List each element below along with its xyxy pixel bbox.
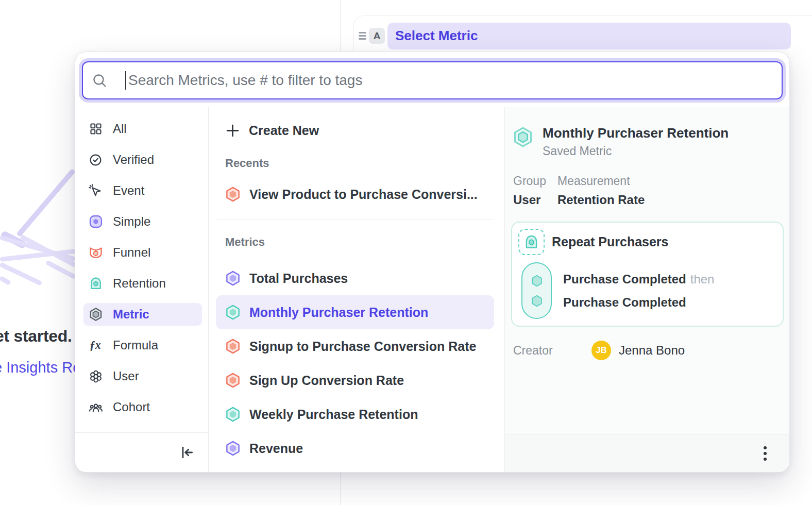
metric-hex-icon-teal <box>225 406 241 423</box>
verified-icon <box>88 153 103 167</box>
sidebar-item-user[interactable]: User <box>83 365 202 388</box>
metric-item-total-purchases[interactable]: Total Purchases <box>216 261 494 295</box>
plus-icon <box>225 123 240 138</box>
metric-item-label: Signup to Purchase Conversion Rate <box>249 339 476 354</box>
sidebar-item-label: Verified <box>113 153 154 167</box>
background-insights-link-partial[interactable]: e Insights Re <box>0 359 81 376</box>
background-heading-partial: et started. <box>0 327 72 346</box>
metric-item-signup-to-purchase-conversion-rate[interactable]: Signup to Purchase Conversion Rate <box>216 329 494 363</box>
step-hex-icon <box>530 274 544 288</box>
recent-item-label: View Product to Purchase Conversi... <box>249 187 478 202</box>
drag-handle-icon[interactable] <box>359 32 366 40</box>
metric-item-weekly-purchase-retention[interactable]: Weekly Purchase Retention <box>216 397 494 431</box>
recents-header: Recents <box>216 157 494 170</box>
more-options-icon[interactable] <box>760 443 770 464</box>
sidebar-item-label: User <box>113 369 139 383</box>
metric-hex-icon-purple <box>225 440 241 457</box>
simple-icon <box>88 214 103 229</box>
field-label: Group <box>513 174 546 188</box>
svg-text:ƒx: ƒx <box>89 339 100 351</box>
field-value: Retention Rate <box>557 193 645 207</box>
decorative-line-art <box>0 165 75 300</box>
search-icon <box>92 73 107 88</box>
metric-item-label: Monthly Purchaser Retention <box>249 305 428 320</box>
sidebar-item-label: Formula <box>113 338 158 352</box>
creator-label: Creator <box>513 344 591 358</box>
create-new-button[interactable]: Create New <box>216 119 494 142</box>
definition-step-1: Purchase Completedthen <box>563 272 714 287</box>
list-divider <box>217 220 493 220</box>
detail-subtitle: Saved Metric <box>543 144 729 158</box>
detail-title: Monthly Purchaser Retention <box>543 125 729 141</box>
sidebar-item-retention[interactable]: Retention <box>83 272 202 295</box>
recent-item[interactable]: View Product to Purchase Conversi... <box>216 178 494 210</box>
sidebar-item-all[interactable]: All <box>83 117 202 140</box>
retention-steps-capsule <box>521 262 552 319</box>
metric-icon <box>88 307 103 322</box>
funnel-icon <box>88 245 103 260</box>
sidebar-item-label: Simple <box>113 214 150 229</box>
sidebar-item-label: All <box>113 122 127 136</box>
metric-hex-icon-teal <box>225 304 241 321</box>
query-builder-row: A Select Metric <box>353 15 812 56</box>
field-value: User <box>513 193 546 207</box>
sidebar-item-funnel[interactable]: Funnel <box>83 241 202 264</box>
creator-avatar: JB <box>591 341 611 360</box>
search-section <box>75 52 789 107</box>
step-connector: then <box>690 272 715 286</box>
metric-picker-modal: All Verified Event <box>75 52 790 473</box>
filter-sidebar: All Verified Event <box>75 107 208 472</box>
sidebar-footer <box>75 432 208 472</box>
sidebar-item-label: Retention <box>113 276 166 291</box>
sidebar-item-cohort[interactable]: Cohort <box>83 396 202 418</box>
sidebar-item-metric[interactable]: Metric <box>83 303 202 326</box>
metric-item-revenue[interactable]: Revenue <box>216 431 494 465</box>
metric-item-label: Revenue <box>249 441 303 456</box>
sidebar-item-label: Cohort <box>113 400 150 414</box>
creator-row: Creator JB Jenna Bono <box>512 341 783 360</box>
grid-icon <box>88 122 103 137</box>
metric-item-label: Weekly Purchase Retention <box>249 407 418 422</box>
sidebar-item-verified[interactable]: Verified <box>83 148 202 171</box>
query-letter-badge: A <box>369 28 385 44</box>
definition-name: Repeat Purchasers <box>552 234 669 249</box>
user-icon <box>88 369 103 384</box>
creator-name: Jenna Bono <box>619 343 685 358</box>
metric-hex-icon-purple <box>225 270 241 287</box>
retention-icon <box>88 276 103 291</box>
select-metric-label: Select Metric <box>395 28 478 44</box>
select-metric-pill[interactable]: Select Metric <box>387 23 791 49</box>
cohort-icon <box>88 400 103 415</box>
sidebar-item-label: Funnel <box>113 245 150 260</box>
formula-icon: ƒx <box>88 338 103 353</box>
retention-definition-icon <box>518 229 545 255</box>
definition-card: Repeat Purchasers Purchase Completedthen <box>511 222 784 327</box>
metric-item-label: Total Purchases <box>249 271 348 286</box>
sidebar-item-formula[interactable]: ƒx Formula <box>83 334 202 357</box>
metric-item-label: Sign Up Conversion Rate <box>249 373 404 388</box>
metrics-header: Metrics <box>216 235 494 249</box>
collapse-sidebar-icon[interactable] <box>179 445 195 460</box>
search-input[interactable] <box>126 72 772 89</box>
step-event: Purchase Completed <box>563 272 686 286</box>
metric-list-column: Create New Recents View Product to Purch… <box>208 107 505 472</box>
detail-footer <box>505 434 789 472</box>
event-icon <box>88 183 103 198</box>
metric-hex-icon-orange <box>225 338 241 355</box>
search-box[interactable] <box>82 61 783 99</box>
step-event: Purchase Completed <box>563 295 686 309</box>
metric-item-sign-up-conversion-rate[interactable]: Sign Up Conversion Rate <box>216 363 494 397</box>
sidebar-item-label: Metric <box>113 307 149 322</box>
sidebar-item-simple[interactable]: Simple <box>83 210 202 233</box>
metric-hex-icon-orange <box>225 372 241 389</box>
sidebar-item-event[interactable]: Event <box>83 179 202 202</box>
create-new-label: Create New <box>249 123 319 138</box>
field-label: Measurement <box>557 174 645 188</box>
step-hex-icon <box>530 294 544 308</box>
sidebar-item-label: Event <box>113 183 144 198</box>
metric-detail-panel: Monthly Purchaser Retention Saved Metric… <box>505 107 789 472</box>
funnel-hex-icon <box>225 186 241 203</box>
metric-item-monthly-purchaser-retention[interactable]: Monthly Purchaser Retention <box>216 295 494 329</box>
field-measurement: Measurement Retention Rate <box>557 174 645 207</box>
detail-fields: Group User Measurement Retention Rate <box>512 174 783 207</box>
